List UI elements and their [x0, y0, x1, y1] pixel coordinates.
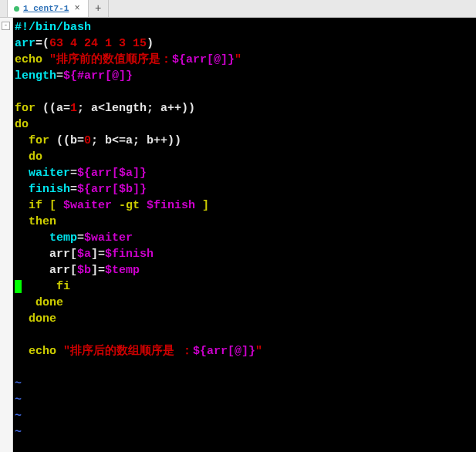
cursor-icon — [15, 280, 22, 293]
code-line: length=${#arr[@]} — [15, 68, 476, 84]
tab-title: 1 cent7-1 — [23, 4, 69, 13]
editor-window: 1 cent7-1 × + - #!/bin/basharr=(63 4 24 … — [0, 0, 476, 452]
code-line: for ((a=1; a<length; a++)) — [15, 100, 476, 116]
code-line: arr[$b]=$temp — [15, 262, 476, 278]
code-line: echo "排序后的数组顺序是 ：${arr[@]}" — [15, 343, 476, 359]
code-line: do — [15, 149, 476, 165]
vim-tilde: ~ — [15, 424, 476, 440]
code-line: echo "排序前的数值顺序是：${arr[@]}" — [15, 52, 476, 68]
vim-tilde: ~ — [15, 408, 476, 424]
code-line: for ((b=0; b<=a; b++)) — [15, 133, 476, 149]
code-line: waiter=${arr[$a]} — [15, 165, 476, 181]
terminal-editor[interactable]: #!/bin/basharr=(63 4 24 1 3 15)echo "排序前… — [13, 18, 476, 452]
code-line: done — [15, 295, 476, 311]
code-line: done — [15, 311, 476, 327]
tab-active[interactable]: 1 cent7-1 × — [8, 0, 89, 17]
add-tab-button[interactable]: + — [89, 0, 109, 17]
tab-bar: 1 cent7-1 × + — [0, 0, 476, 18]
close-icon[interactable]: × — [73, 3, 81, 14]
body-row: - #!/bin/basharr=(63 4 24 1 3 15)echo "排… — [0, 18, 476, 452]
code-line: do — [15, 116, 476, 133]
code-line: arr=(63 4 24 1 3 15) — [15, 35, 476, 52]
code-line: #!/bin/bash — [15, 19, 476, 35]
collapse-icon[interactable]: - — [2, 22, 10, 30]
code-line: fi — [15, 278, 476, 295]
vim-tilde: ~ — [15, 376, 476, 392]
code-line: finish=${arr[$b]} — [15, 181, 476, 197]
vim-tilde: ~ — [15, 392, 476, 408]
side-gutter: - — [0, 18, 13, 452]
prev-tab-stub[interactable] — [0, 0, 8, 17]
status-dot-icon — [14, 6, 19, 12]
code-line: temp=$waiter — [15, 230, 476, 246]
code-line: if [ $waiter -gt $finish ] — [15, 197, 476, 214]
blank-line — [15, 327, 476, 343]
blank-line — [15, 84, 476, 100]
plus-icon: + — [95, 2, 101, 15]
code-line: arr[$a]=$finish — [15, 246, 476, 262]
blank-line — [15, 359, 476, 376]
code-line: then — [15, 214, 476, 230]
